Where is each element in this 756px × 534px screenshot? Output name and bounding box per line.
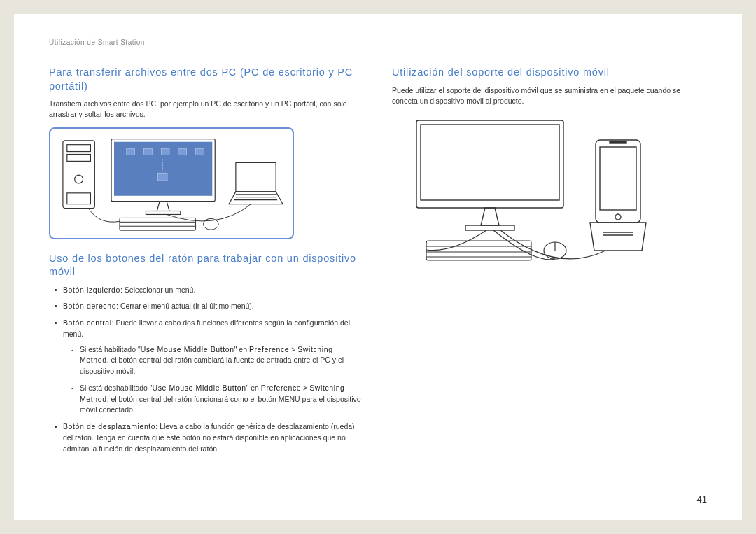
t: Preference — [249, 345, 289, 353]
heading-mouse-buttons: Uso de los botones del ratón para trabaj… — [49, 252, 364, 279]
mouse-button-list: Botón izquierdo: Seleccionar un menú. Bo… — [49, 285, 364, 455]
svg-rect-7 — [146, 211, 180, 214]
sub-disabled: Si está deshabilitado "Use Mouse Middle … — [71, 383, 364, 416]
svg-rect-4 — [67, 192, 91, 204]
t: > — [301, 384, 309, 392]
svg-rect-17 — [120, 218, 196, 230]
t: Si está deshabilitado " — [80, 384, 153, 392]
figure-two-pc-setup — [49, 127, 294, 239]
svg-rect-25 — [600, 147, 636, 210]
svg-rect-23 — [465, 225, 514, 230]
t: Preference — [261, 384, 301, 392]
para-transfer-files: Transfiera archivos entre dos PC, por ej… — [49, 99, 364, 120]
svg-point-3 — [75, 175, 83, 183]
t: Use Mouse Middle Button — [141, 345, 234, 353]
mobile-cradle-illustration — [396, 113, 662, 267]
svg-rect-10 — [161, 148, 169, 155]
svg-point-26 — [615, 214, 621, 220]
term-right-button: Botón derecho — [63, 302, 116, 310]
t: Use Mouse Middle Button — [153, 384, 246, 392]
heading-mobile-cradle: Utilización del soporte del dispositivo … — [392, 66, 707, 80]
center-button-sublist: Si está habilitado "Use Mouse Middle But… — [63, 344, 364, 416]
svg-rect-21 — [416, 120, 564, 208]
svg-rect-27 — [610, 141, 626, 143]
t: , el botón central del ratón cambiará la… — [80, 356, 344, 375]
section-header: Utilización de Smart Station — [49, 38, 707, 46]
t: , el botón central del ratón funcionará … — [80, 395, 361, 414]
sub-enabled: Si está habilitado "Use Mouse Middle But… — [71, 344, 364, 377]
term-left-button: Botón izquierdo — [63, 286, 120, 294]
para-mobile-cradle: Puede utilizar el soporte del dispositiv… — [392, 85, 707, 106]
list-item-center-button: Botón central: Puede llevar a cabo dos f… — [55, 318, 364, 416]
svg-rect-9 — [144, 148, 152, 155]
right-column: Utilización del soporte del dispositivo … — [392, 66, 707, 460]
list-item-scroll-button: Botón de desplazamiento: Lleva a cabo la… — [55, 421, 364, 454]
svg-rect-1 — [67, 144, 91, 151]
svg-rect-8 — [127, 148, 135, 155]
left-column: Para transferir archivos entre dos PC (P… — [49, 66, 364, 460]
svg-rect-13 — [158, 173, 167, 181]
svg-rect-12 — [196, 148, 204, 155]
page-number: 41 — [697, 494, 707, 505]
list-item-right-button: Botón derecho: Cerrar el menú actual (ir… — [55, 301, 364, 312]
manual-page: Utilización de Smart Station Para transf… — [14, 14, 742, 520]
content-columns: Para transferir archivos entre dos PC (P… — [49, 66, 707, 460]
t: " en — [234, 345, 249, 353]
term-scroll-button: Botón de desplazamiento — [63, 422, 155, 430]
svg-rect-22 — [421, 125, 559, 200]
text-right-button: : Cerrar el menú actual (ir al último me… — [116, 302, 254, 310]
heading-transfer-files: Para transferir archivos entre dos PC (P… — [49, 66, 364, 93]
text-left-button: : Seleccionar un menú. — [120, 286, 195, 294]
figure-mobile-cradle — [392, 113, 665, 267]
term-center-button: Botón central — [63, 318, 112, 327]
t: Si está habilitado " — [80, 345, 141, 353]
t: " en — [246, 384, 261, 392]
svg-rect-30 — [426, 241, 531, 260]
svg-rect-11 — [178, 148, 187, 155]
svg-rect-2 — [67, 154, 91, 161]
two-pc-setup-illustration — [57, 134, 286, 232]
list-item-left-button: Botón izquierdo: Seleccionar un menú. — [55, 285, 364, 296]
svg-rect-0 — [63, 140, 94, 208]
t: > — [289, 345, 298, 353]
